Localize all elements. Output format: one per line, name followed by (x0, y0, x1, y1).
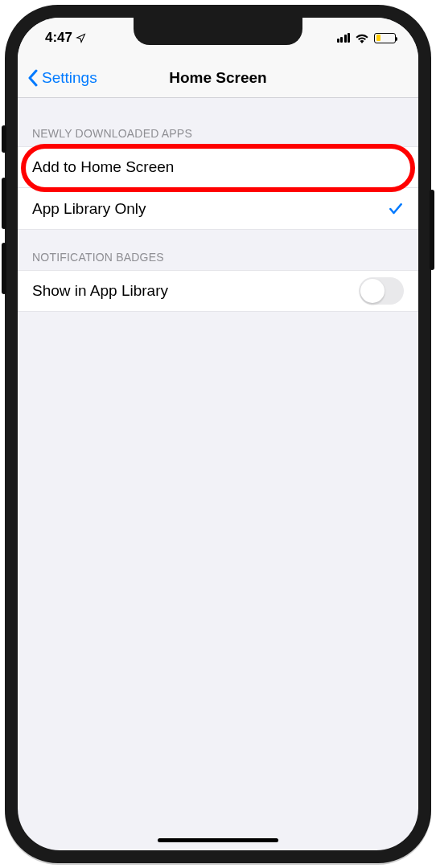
row-label: Add to Home Screen (32, 158, 174, 176)
silent-switch (2, 125, 6, 153)
navigation-bar: Settings Home Screen (18, 58, 418, 98)
power-button (430, 190, 434, 270)
cellular-signal-icon (337, 33, 351, 43)
chevron-left-icon (27, 69, 39, 87)
status-left: 4:47 (45, 30, 86, 46)
row-app-library-only[interactable]: App Library Only (18, 188, 418, 230)
section-header-notification-badges: NOTIFICATION BADGES (18, 230, 418, 270)
toggle-knob (360, 279, 385, 303)
battery-icon (374, 33, 396, 43)
row-show-in-app-library[interactable]: Show in App Library (18, 270, 418, 312)
section-header-newly-downloaded: NEWLY DOWNLOADED APPS (18, 98, 418, 146)
home-indicator[interactable] (158, 838, 278, 842)
back-button[interactable]: Settings (27, 69, 97, 87)
volume-up-button (2, 178, 6, 229)
content: NEWLY DOWNLOADED APPS Add to Home Screen… (18, 98, 418, 312)
status-right (337, 33, 397, 43)
row-add-to-home-screen[interactable]: Add to Home Screen (18, 146, 418, 188)
checkmark-icon (388, 201, 404, 217)
row-label: Show in App Library (32, 282, 168, 300)
status-time: 4:47 (45, 30, 72, 46)
wifi-icon (355, 33, 369, 43)
location-arrow-icon (76, 33, 86, 43)
battery-fill (376, 35, 381, 41)
screen: 4:47 Set (18, 18, 418, 850)
back-label: Settings (42, 69, 97, 87)
toggle-show-in-app-library[interactable] (359, 277, 404, 305)
phone-frame: 4:47 Set (5, 5, 431, 863)
row-label: App Library Only (32, 200, 146, 218)
page-title: Home Screen (169, 69, 266, 87)
notch (134, 18, 302, 45)
volume-down-button (2, 243, 6, 294)
